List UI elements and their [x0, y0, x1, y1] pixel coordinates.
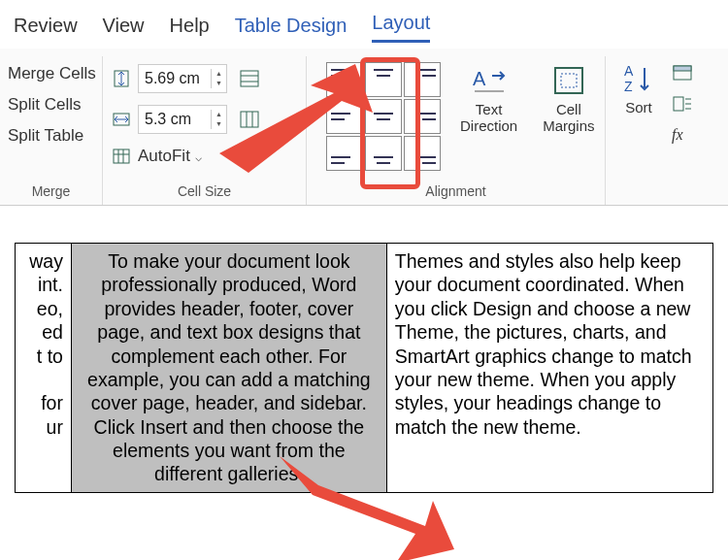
- align-middle-right-button[interactable]: [404, 99, 441, 134]
- text-direction-button[interactable]: A Text Direction: [454, 62, 523, 136]
- row-height-icon: [111, 68, 132, 89]
- group-cell-size: ▲▼ ▲▼: [103, 56, 307, 205]
- svg-rect-18: [561, 74, 577, 87]
- ribbon: Merge Cells Split Cells Split Table Merg…: [0, 49, 728, 206]
- table-cell-col1[interactable]: way int. eo, ed t to for ur: [16, 244, 72, 493]
- svg-rect-2: [241, 71, 258, 86]
- group-merge: Merge Cells Split Cells Split Table Merg…: [0, 56, 103, 205]
- svg-text:Z: Z: [624, 79, 633, 94]
- svg-rect-17: [555, 68, 582, 93]
- chevron-down-icon: ⌵: [195, 150, 202, 164]
- column-width-input[interactable]: ▲▼: [138, 105, 227, 134]
- tab-table-design[interactable]: Table Design: [235, 15, 347, 43]
- group-label-alignment: Alignment: [313, 180, 599, 201]
- column-width-field[interactable]: [139, 109, 211, 130]
- align-bottom-center-button[interactable]: [365, 136, 402, 171]
- group-label-cell-size: Cell Size: [109, 180, 300, 201]
- align-top-center-button[interactable]: [365, 62, 402, 97]
- svg-rect-24: [674, 97, 683, 111]
- align-top-left-button[interactable]: [326, 62, 363, 97]
- svg-rect-7: [241, 112, 258, 127]
- group-alignment: A Text Direction Cell Margins Alignment: [307, 56, 606, 205]
- group-data: AZ Sort fx: [606, 56, 722, 205]
- ribbon-tabs: Review View Help Table Design Layout: [0, 0, 728, 49]
- tab-view[interactable]: View: [103, 15, 145, 43]
- svg-text:A: A: [624, 63, 634, 79]
- tab-review[interactable]: Review: [14, 15, 78, 43]
- split-table-button[interactable]: Split Table: [6, 122, 96, 149]
- distribute-rows-button[interactable]: [233, 64, 266, 93]
- table-cell-col3[interactable]: Themes and styles also help keep your do…: [386, 244, 712, 493]
- tab-layout[interactable]: Layout: [372, 12, 430, 43]
- repeat-header-rows-button[interactable]: [672, 64, 693, 82]
- text-direction-label: Text Direction: [460, 101, 517, 134]
- table-cell-col2-selected[interactable]: To make your document look professionall…: [71, 244, 386, 493]
- group-label-merge: Merge: [6, 180, 96, 201]
- autofit-button[interactable]: AutoFit ⌵: [138, 147, 202, 166]
- convert-to-text-button[interactable]: [672, 95, 693, 113]
- sample-table[interactable]: way int. eo, ed t to for ur To make your…: [15, 243, 713, 493]
- split-cells-button[interactable]: Split Cells: [6, 91, 96, 118]
- align-bottom-left-button[interactable]: [326, 136, 363, 171]
- sort-label: Sort: [625, 99, 652, 115]
- align-bottom-right-button[interactable]: [404, 136, 441, 171]
- sort-button[interactable]: AZ Sort: [615, 60, 662, 144]
- align-middle-left-button[interactable]: [326, 99, 363, 134]
- distribute-columns-button[interactable]: [233, 105, 266, 134]
- row-height-input[interactable]: ▲▼: [138, 64, 227, 93]
- align-middle-center-button[interactable]: [365, 99, 402, 134]
- svg-rect-10: [114, 149, 129, 163]
- formula-button[interactable]: fx: [672, 126, 693, 144]
- cell-margins-button[interactable]: Cell Margins: [537, 62, 600, 136]
- svg-rect-23: [674, 66, 691, 71]
- alignment-grid: [326, 62, 441, 171]
- tab-help[interactable]: Help: [170, 15, 210, 43]
- autofit-icon: [111, 146, 132, 167]
- column-width-icon: [111, 109, 132, 130]
- row-height-field[interactable]: [139, 68, 211, 89]
- document-area: way int. eo, ed t to for ur To make your…: [0, 243, 728, 560]
- align-top-right-button[interactable]: [404, 62, 441, 97]
- svg-text:A: A: [473, 68, 486, 89]
- merge-cells-button[interactable]: Merge Cells: [6, 60, 96, 87]
- cell-margins-label: Cell Margins: [543, 101, 594, 134]
